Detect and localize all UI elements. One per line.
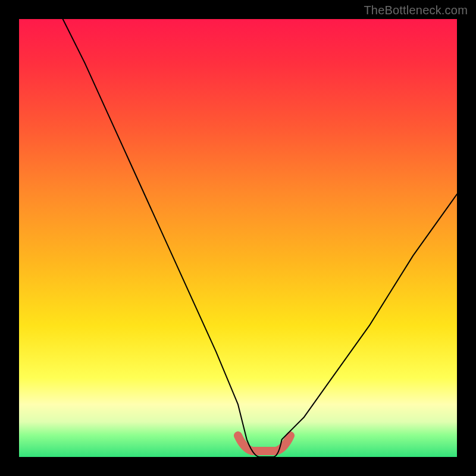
plot-area — [19, 19, 457, 457]
chart-frame: TheBottleneck.com — [0, 0, 476, 476]
curve-svg — [19, 19, 457, 457]
bottleneck-curve — [63, 19, 457, 457]
watermark-text: TheBottleneck.com — [364, 4, 468, 17]
